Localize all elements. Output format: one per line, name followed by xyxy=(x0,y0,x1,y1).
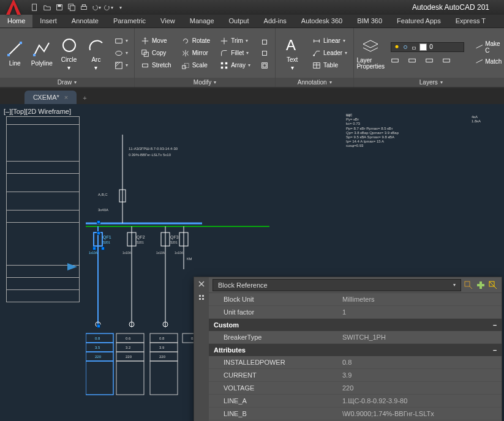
new-icon[interactable] xyxy=(29,2,40,13)
tab-autodesk360[interactable]: Autodesk 360 xyxy=(294,15,350,28)
circle-button[interactable]: Circle▾ xyxy=(57,33,81,73)
open-icon[interactable] xyxy=(42,2,53,13)
add-tab-button[interactable]: + xyxy=(79,92,90,104)
svg-rect-0 xyxy=(32,4,37,11)
svg-rect-9 xyxy=(20,42,22,44)
close-icon[interactable] xyxy=(197,280,206,288)
svg-text:0.39%-ВВГнг-LSLTx  5x10: 0.39%-ВВГнг-LSLTx 5x10 xyxy=(129,153,171,157)
tab-manage[interactable]: Manage xyxy=(182,15,222,28)
layer-tool-1[interactable] xyxy=(387,54,403,65)
array-button[interactable]: Array ▾ xyxy=(216,60,254,71)
svg-text:220: 220 xyxy=(159,355,166,359)
line-button[interactable]: Line xyxy=(2,37,27,69)
text-button[interactable]: AText▾ xyxy=(278,33,306,73)
layer-properties-button[interactable]: Layer Properties xyxy=(356,34,385,72)
quick-access-toolbar: ▾ ▾ ▾ xyxy=(29,2,126,13)
explode-icon[interactable] xyxy=(257,48,273,59)
svg-rect-10 xyxy=(33,54,36,56)
tab-insert[interactable]: Insert xyxy=(32,15,64,28)
group-attributes[interactable]: Attributes– xyxy=(209,344,502,356)
redo-icon[interactable]: ▾ xyxy=(103,2,114,13)
svg-rect-46 xyxy=(443,59,450,62)
prop-row[interactable]: LINE_B\W0.9000;1.74%-ВВГнг-LSLTx xyxy=(209,408,502,420)
svg-rect-105 xyxy=(465,281,470,286)
annotation-panel: AText▾ Linear ▾ Leader ▾ Table Annotatio… xyxy=(276,28,354,87)
svg-rect-103 xyxy=(202,298,204,300)
plot-icon[interactable] xyxy=(78,2,89,13)
arc-button[interactable]: Arc▾ xyxy=(84,33,108,73)
leader-button[interactable]: Leader ▾ xyxy=(309,48,351,59)
svg-rect-31 xyxy=(263,64,266,67)
pin-icon[interactable] xyxy=(197,293,206,302)
selectobj-icon[interactable] xyxy=(488,280,498,290)
tab-addins[interactable]: Add-ins xyxy=(257,15,294,28)
prop-row[interactable]: VOLTAGE220 xyxy=(209,382,502,395)
prop-row[interactable]: INSTALLEDPOWER0.8 xyxy=(209,356,502,369)
svg-text:1x10A: 1x10A xyxy=(122,251,132,255)
tab-featured[interactable]: Featured Apps xyxy=(389,15,448,28)
prop-row[interactable]: LINE_A1.ЩС-0.8-0.92-3.9-80 xyxy=(209,395,502,408)
quickselect-icon[interactable] xyxy=(464,280,473,290)
ribbon: Line Polyline Circle▾ Arc▾ ▾ ▾ ▾ Draw ▾ … xyxy=(0,28,504,88)
rotate-button[interactable]: Rotate xyxy=(178,35,214,47)
svg-text:1x10A: 1x10A xyxy=(175,251,184,255)
rect-icon[interactable]: ▾ xyxy=(111,35,132,47)
tab-bim360[interactable]: BIM 360 xyxy=(350,15,389,28)
svg-text:1x10A: 1x10A xyxy=(89,251,98,255)
tab-output[interactable]: Output xyxy=(222,15,257,28)
move-button[interactable]: Move xyxy=(137,35,175,47)
doc-tab-schema[interactable]: СХЕМА* × xyxy=(24,91,77,104)
draw-panel-label[interactable]: Draw ▾ xyxy=(0,78,134,87)
prop-row[interactable]: Unit factor1 xyxy=(209,306,502,319)
table-button[interactable]: Table xyxy=(309,60,351,71)
svg-rect-107 xyxy=(477,284,484,286)
tab-view[interactable]: View xyxy=(153,15,182,28)
tab-annotate[interactable]: Annotate xyxy=(64,15,106,28)
undo-icon[interactable]: ▾ xyxy=(91,2,102,13)
pickadd-icon[interactable] xyxy=(476,280,486,290)
object-type-combo[interactable]: Block Reference▾ xyxy=(213,279,461,291)
layer-combo[interactable]: 0 xyxy=(387,41,468,53)
qat-customize-icon[interactable]: ▾ xyxy=(115,2,126,13)
svg-text:3x40A: 3x40A xyxy=(98,208,108,212)
hatch-icon[interactable]: ▾ xyxy=(111,60,132,71)
stretch-button[interactable]: Stretch xyxy=(137,60,175,71)
copy-button[interactable]: Copy xyxy=(137,48,175,59)
group-custom[interactable]: Custom– xyxy=(209,319,502,331)
svg-text:1x10A: 1x10A xyxy=(156,251,165,255)
svg-rect-100 xyxy=(199,295,201,297)
layers-panel-label[interactable]: Layers ▾ xyxy=(354,78,504,87)
layer-tool-2[interactable] xyxy=(404,54,420,65)
scale-button[interactable]: Scale xyxy=(178,60,214,71)
svg-rect-19 xyxy=(143,64,148,67)
app-logo[interactable] xyxy=(2,0,24,18)
layer-tool-4[interactable] xyxy=(438,54,454,65)
svg-rect-42 xyxy=(413,47,416,49)
trim-button[interactable]: Trim ▾ xyxy=(216,35,254,47)
panel-info: ЩС Pу= кВт kc= 0.73 Pp= 8.7 кВт Ppmax= 8… xyxy=(346,113,481,149)
close-icon[interactable]: × xyxy=(64,94,68,101)
panel-info-right: 4кА 1.8кА xyxy=(472,115,481,124)
fillet-button[interactable]: Fillet ▾ xyxy=(216,48,254,59)
make-current-button[interactable]: Make C xyxy=(470,39,504,55)
layer-tool-3[interactable] xyxy=(421,54,437,65)
match-layer-button[interactable]: Match xyxy=(470,56,504,67)
prop-row[interactable]: CURRENT3.9 xyxy=(209,369,502,382)
linear-button[interactable]: Linear ▾ xyxy=(309,35,351,47)
annotation-panel-label[interactable]: Annotation ▾ xyxy=(276,78,353,87)
drawing-area[interactable]: [–][Top][2D Wireframe] 11-А3/2ГРШ-8.7-0.… xyxy=(0,104,504,421)
tab-parametric[interactable]: Parametric xyxy=(106,15,153,28)
ellipse-icon[interactable]: ▾ xyxy=(111,48,132,59)
mirror-button[interactable]: Mirror xyxy=(178,48,214,59)
modify-panel-label[interactable]: Modify ▾ xyxy=(135,78,275,87)
saveas-icon[interactable] xyxy=(66,2,77,13)
viewport-label[interactable]: [–][Top][2D Wireframe] xyxy=(4,108,71,115)
prop-row[interactable]: BreakerTypeSWITCH_1PH xyxy=(209,331,502,344)
svg-rect-97 xyxy=(150,361,178,395)
tab-express[interactable]: Express T xyxy=(448,15,493,28)
save-icon[interactable] xyxy=(54,2,65,13)
polyline-button[interactable]: Polyline xyxy=(29,37,54,69)
prop-row[interactable]: Block UnitMillimeters xyxy=(209,293,502,306)
erase-icon[interactable] xyxy=(257,35,273,47)
offset-icon[interactable] xyxy=(257,60,273,71)
